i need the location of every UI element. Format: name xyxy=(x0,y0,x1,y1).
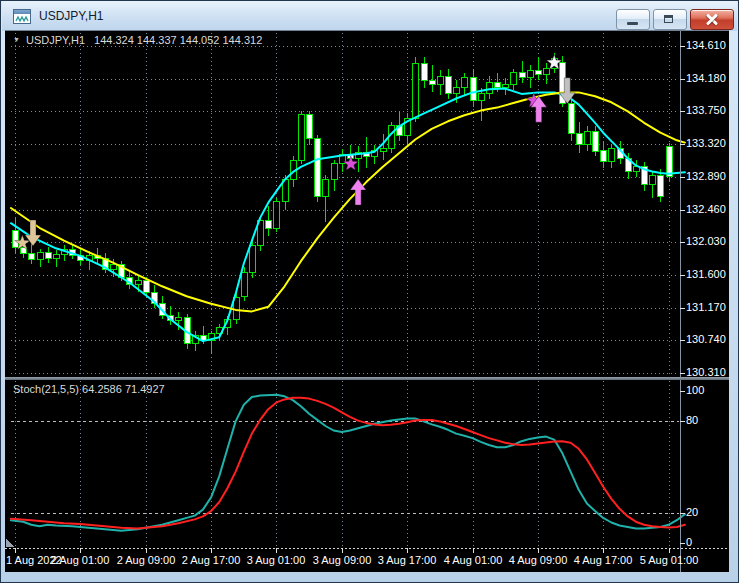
candle-body xyxy=(471,78,477,101)
close-button[interactable] xyxy=(690,9,734,30)
buy-arrow-signal-icon[interactable] xyxy=(350,179,366,205)
time-axis-label: 4 Aug 17:00 xyxy=(574,554,633,566)
candle-body xyxy=(650,175,656,184)
minimize-icon xyxy=(627,22,638,25)
time-axis-label: 2 Aug 01:00 xyxy=(51,554,110,566)
window-title-bar[interactable]: USDJPY,H1 xyxy=(2,1,737,31)
time-axis-label: 4 Aug 09:00 xyxy=(509,554,568,566)
restore-button[interactable] xyxy=(653,9,687,30)
time-axis-label: 2 Aug 09:00 xyxy=(117,554,176,566)
candle-body xyxy=(462,78,468,88)
candle-body xyxy=(430,80,436,84)
minimize-button[interactable] xyxy=(616,9,650,30)
time-axis-label: 3 Aug 01:00 xyxy=(247,554,306,566)
candle-body xyxy=(422,64,428,81)
candle-body xyxy=(242,273,248,297)
grid-layer xyxy=(11,33,679,547)
window-divider[interactable] xyxy=(5,377,729,380)
stoch-scale-label: 20 xyxy=(686,506,698,518)
stoch-scale-label: 80 xyxy=(686,414,698,426)
candle-body xyxy=(136,280,142,285)
candle-body xyxy=(520,73,526,78)
candle-body xyxy=(609,149,615,162)
candle-body xyxy=(495,83,501,88)
chart-dropdown-icon[interactable]: ▼ xyxy=(13,36,20,43)
price-axis-label: 132.460 xyxy=(686,203,726,215)
candle-body xyxy=(667,146,673,176)
ohlc-values-label: 144.324 144.337 144.052 144.312 xyxy=(94,34,262,46)
price-axis-label: 132.890 xyxy=(686,170,726,182)
axes-layer xyxy=(5,31,729,572)
window-title: USDJPY,H1 xyxy=(39,9,103,23)
symbol-quote-header: ▼USDJPY,H1144.324 144.337 144.052 144.31… xyxy=(13,34,262,46)
candle-body xyxy=(29,254,35,260)
stoch-scale-label: 100 xyxy=(686,384,704,396)
window-controls xyxy=(613,9,734,30)
price-axis-label: 131.170 xyxy=(686,301,726,313)
time-axis-label: 3 Aug 17:00 xyxy=(378,554,437,566)
application-window: { "window": { "title": "USDJPY,H1", "con… xyxy=(0,0,739,583)
chart-icon-titlebar-stripe xyxy=(14,10,30,14)
chart-canvas[interactable] xyxy=(5,31,729,572)
price-axis-label: 134.610 xyxy=(686,39,726,51)
candle-body xyxy=(266,221,272,229)
time-axis-label: 5 Aug 01:00 xyxy=(640,554,699,566)
price-axis-label: 134.180 xyxy=(686,72,726,84)
candle-body xyxy=(54,254,60,258)
candle-body xyxy=(413,64,419,119)
candle-body xyxy=(544,69,550,75)
candle-body xyxy=(250,245,256,272)
candle-body xyxy=(46,252,52,258)
price-axis-label: 130.740 xyxy=(686,333,726,345)
stoch-signal-line xyxy=(11,398,685,529)
price-axis[interactable]: 134.610134.180133.750133.320132.890132.4… xyxy=(681,31,729,547)
candle-body xyxy=(13,231,19,248)
symbol-period-label: USDJPY,H1 xyxy=(26,34,85,46)
chart-icon-waveform xyxy=(15,15,29,23)
ma-yellow-line xyxy=(11,92,685,311)
candle-body xyxy=(487,83,493,94)
subwindow-resize-grip[interactable] xyxy=(6,539,14,547)
candle-body xyxy=(503,84,509,88)
price-axis-label: 133.750 xyxy=(686,104,726,116)
time-axis-label: 2 Aug 17:00 xyxy=(182,554,241,566)
candle-body xyxy=(585,131,591,145)
time-axis[interactable]: 1 Aug 20222 Aug 01:002 Aug 09:002 Aug 17… xyxy=(5,550,729,572)
candle-body xyxy=(601,151,607,162)
time-axis-label: 4 Aug 01:00 xyxy=(444,554,503,566)
candle-body xyxy=(446,76,452,93)
candle-body xyxy=(569,103,575,133)
ma-cyan-line xyxy=(11,89,685,342)
candle-body xyxy=(454,88,460,93)
candle-body xyxy=(323,179,329,197)
chart-window-icon[interactable] xyxy=(13,9,31,24)
price-axis-label: 132.030 xyxy=(686,235,726,247)
indicator-label: Stoch(21,5,5) 64.2586 71.4927 xyxy=(13,383,165,395)
candle-body xyxy=(511,73,517,84)
candle-body xyxy=(332,164,338,179)
candle-body xyxy=(176,318,182,321)
stoch-scale-label: 0 xyxy=(686,536,692,548)
time-axis-label: 3 Aug 09:00 xyxy=(313,554,372,566)
chart-client-area: ▼USDJPY,H1144.324 144.337 144.052 144.31… xyxy=(5,31,729,572)
candle-body xyxy=(438,76,444,84)
candle-body xyxy=(315,139,321,197)
candle-body xyxy=(593,131,599,151)
window-frame: USDJPY,H1 ▼USDJPY,H1144.324 144.337 144.… xyxy=(0,0,739,583)
candle-body xyxy=(307,114,313,138)
price-axis-label: 133.320 xyxy=(686,137,726,149)
restore-icon xyxy=(664,15,673,23)
candle-body xyxy=(299,114,305,160)
candle-body xyxy=(536,70,542,75)
candle-body xyxy=(144,280,150,292)
candle-body xyxy=(577,134,583,145)
candle-body xyxy=(381,149,387,151)
price-axis-label: 131.600 xyxy=(686,268,726,280)
candle-body xyxy=(38,252,44,260)
candle-body xyxy=(479,93,485,101)
candle-body xyxy=(658,175,664,196)
candle-body xyxy=(528,70,534,78)
candle-body xyxy=(274,202,280,229)
